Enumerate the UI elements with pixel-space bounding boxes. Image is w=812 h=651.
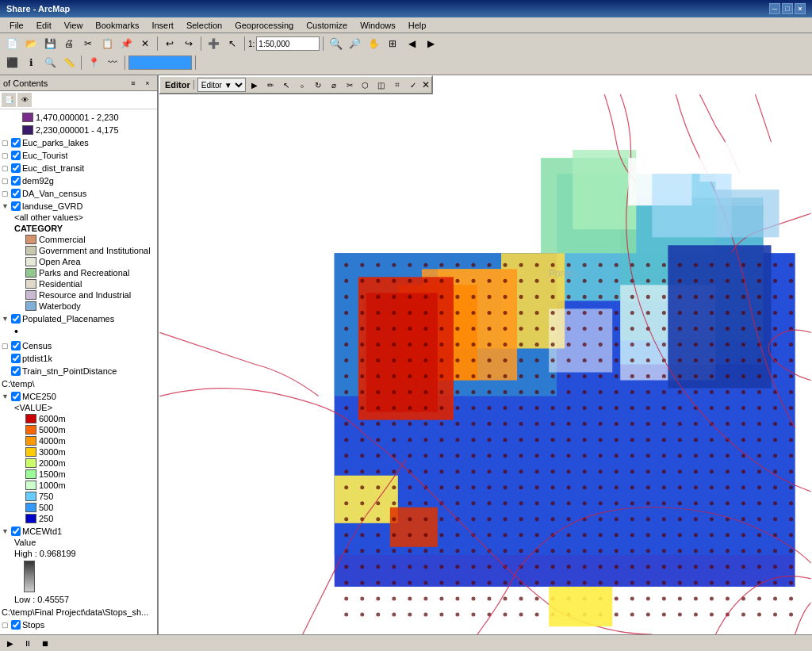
scale-input[interactable] xyxy=(256,36,320,51)
toc-layers-tab[interactable]: 📑 xyxy=(2,93,16,107)
editor-close-icon[interactable]: ✕ xyxy=(422,79,430,90)
check-stops[interactable] xyxy=(11,620,21,630)
editor-construct[interactable]: ◫ xyxy=(374,78,389,92)
symbol-parks xyxy=(25,268,36,278)
toc-layer-da-van: ▢ DA_Van_census xyxy=(0,187,157,200)
expand-stops[interactable]: ▢ xyxy=(2,621,11,629)
check-mce250[interactable] xyxy=(11,392,21,401)
layer-label-6000m: 6000m xyxy=(39,414,66,423)
undo-button[interactable]: ↩ xyxy=(161,35,178,52)
editor-merge[interactable]: ⬡ xyxy=(358,78,373,92)
check-euc-parks[interactable] xyxy=(11,138,21,147)
check-da-van[interactable] xyxy=(11,189,21,198)
layer-label-ctemp: C:\temp\ xyxy=(2,379,35,389)
editor-node[interactable]: ⬦ xyxy=(295,78,309,92)
expand-populated[interactable]: ▼ xyxy=(2,315,11,323)
expand-dem92g[interactable]: ▢ xyxy=(2,177,11,185)
menu-insert[interactable]: Insert xyxy=(145,17,180,33)
menu-bookmarks[interactable]: Bookmarks xyxy=(89,17,145,33)
toc-display-tab[interactable]: 👁 xyxy=(17,93,32,107)
find-button[interactable]: 🔍 xyxy=(41,54,59,71)
paste-button[interactable]: 📌 xyxy=(117,35,135,52)
print-button[interactable]: 🖨 xyxy=(60,35,78,52)
expand-mce250[interactable]: ▼ xyxy=(2,393,11,400)
editor-play[interactable]: ▶ xyxy=(247,78,262,92)
full-extent-button[interactable]: ⊞ xyxy=(384,35,401,52)
status-play[interactable]: ▶ xyxy=(3,637,17,651)
editor-dropdown[interactable]: Editor ▼ xyxy=(197,78,246,92)
check-landuse[interactable] xyxy=(11,201,21,211)
editor-split[interactable]: ✂ xyxy=(343,78,357,92)
redo-button[interactable]: ↪ xyxy=(180,35,197,52)
expand-euc-parks[interactable]: ▢ xyxy=(2,139,11,147)
catmull-button[interactable]: 〰 xyxy=(104,54,121,71)
select-button[interactable]: ↖ xyxy=(224,35,241,52)
new-button[interactable]: 📄 xyxy=(3,35,21,52)
editor-pencil[interactable]: ✏ xyxy=(263,78,278,92)
color-swatch[interactable] xyxy=(128,56,192,70)
minimize-button[interactable]: ─ xyxy=(769,3,780,14)
layer-label-commercial: Commercial xyxy=(39,235,86,244)
symbol-range2 xyxy=(22,125,33,135)
cut-button[interactable]: ✂ xyxy=(79,35,97,52)
check-euc-dist[interactable] xyxy=(11,163,21,173)
copy-button[interactable]: 📋 xyxy=(98,35,116,52)
check-dem92g[interactable] xyxy=(11,176,21,186)
menu-geoprocessing[interactable]: Geoprocessing xyxy=(228,17,300,33)
expand-euc-tourist[interactable]: ▢ xyxy=(2,151,11,159)
menu-view[interactable]: View xyxy=(58,17,90,33)
toc-list-view[interactable]: ≡ xyxy=(127,77,140,90)
menu-customize[interactable]: Customize xyxy=(300,17,354,33)
layer-label-residential: Residential xyxy=(39,279,82,289)
editor-validate[interactable]: ✓ xyxy=(406,78,420,92)
layer-label-parks: Parks and Recreational xyxy=(39,268,129,278)
status-stop[interactable]: ⏹ xyxy=(38,637,52,651)
editor-reshape[interactable]: ⌀ xyxy=(327,78,341,92)
pan-button[interactable]: ✋ xyxy=(365,35,382,52)
menu-windows[interactable]: Windows xyxy=(354,17,402,33)
measure-button[interactable]: 📏 xyxy=(60,54,78,71)
map-svg: Portm... xyxy=(159,94,812,634)
editor-topology[interactable]: ⌗ xyxy=(390,78,404,92)
expand-mcewt[interactable]: ▼ xyxy=(2,527,11,535)
expand-landuse[interactable]: ▼ xyxy=(2,202,11,210)
forward-extent-button[interactable]: ▶ xyxy=(422,35,439,52)
expand-euc-dist[interactable]: ▢ xyxy=(2,164,11,172)
toc-close[interactable]: × xyxy=(141,77,154,90)
close-button[interactable]: × xyxy=(795,3,806,14)
open-button[interactable]: 📂 xyxy=(22,35,40,52)
menu-selection[interactable]: Selection xyxy=(180,17,228,33)
main-layout: of Contents ≡ × 📑 👁 1,470,000001 - 2,230 xyxy=(0,75,812,634)
add-data-button[interactable]: ➕ xyxy=(205,35,222,52)
menu-edit[interactable]: Edit xyxy=(30,17,58,33)
check-train-stn[interactable] xyxy=(11,366,21,376)
delete-button[interactable]: ✕ xyxy=(136,35,154,52)
check-ptdist1k[interactable] xyxy=(11,354,21,363)
map-area[interactable]: Editor Editor ▼ ▶ ✏ ↖ ⬦ ↻ ⌀ ✂ ⬡ ◫ ⌗ ✓ ✕ xyxy=(159,75,812,634)
check-census[interactable] xyxy=(11,341,21,350)
svg-point-24 xyxy=(408,263,412,267)
layer-label-all-other: <all other values> xyxy=(14,213,83,222)
expand-census[interactable]: ▢ xyxy=(2,342,11,350)
toc-body[interactable]: 1,470,000001 - 2,230 2,230,000001 - 4,17… xyxy=(0,109,157,634)
svg-point-43 xyxy=(710,263,714,267)
status-pause[interactable]: ⏸ xyxy=(21,637,35,651)
zoom-out-button[interactable]: 🔎 xyxy=(346,35,363,52)
identify-button[interactable]: ℹ xyxy=(22,54,40,71)
editor-rotate[interactable]: ↻ xyxy=(311,78,325,92)
zoom-in-button[interactable]: 🔍 xyxy=(327,35,344,52)
menu-help[interactable]: Help xyxy=(402,17,433,33)
back-extent-button[interactable]: ◀ xyxy=(403,35,420,52)
svg-point-22 xyxy=(376,263,380,267)
check-mcewt[interactable] xyxy=(11,527,21,536)
goto-xy-button[interactable]: 📍 xyxy=(85,54,102,71)
check-populated[interactable] xyxy=(11,314,21,324)
check-euc-tourist[interactable] xyxy=(11,151,21,160)
maximize-button[interactable]: □ xyxy=(782,3,793,14)
editor-select[interactable]: ↖ xyxy=(279,78,293,92)
save-button[interactable]: 💾 xyxy=(41,35,59,52)
expand-da-van[interactable]: ▢ xyxy=(2,190,11,197)
select-features[interactable]: ⬛ xyxy=(3,54,21,71)
menu-file[interactable]: File xyxy=(3,17,30,33)
populated-sublayers: • xyxy=(0,324,157,339)
